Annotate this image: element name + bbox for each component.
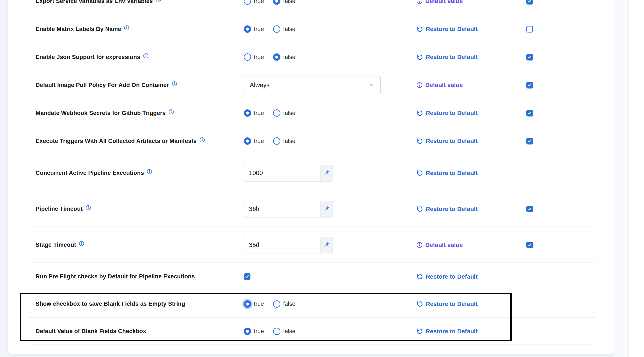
default-column-checkbox[interactable] bbox=[526, 110, 533, 116]
pipeline-timeout-input-field[interactable] bbox=[244, 201, 320, 217]
info-icon[interactable] bbox=[79, 241, 84, 247]
radio-false-label: false bbox=[283, 138, 296, 144]
concurrent-executions-input bbox=[244, 165, 333, 182]
radio-option-false[interactable]: false bbox=[273, 300, 296, 308]
pin-button[interactable] bbox=[320, 201, 332, 217]
setting-check-cell bbox=[526, 263, 615, 290]
radio-option-false[interactable]: false bbox=[273, 0, 296, 5]
restore-icon bbox=[416, 273, 423, 280]
radio-false-label: false bbox=[283, 26, 296, 32]
radio-true-circle[interactable] bbox=[244, 137, 251, 145]
radio-option-false[interactable]: false bbox=[273, 109, 296, 117]
radio-option-true[interactable]: true bbox=[244, 109, 264, 117]
restore-to-default-link[interactable]: Restore to Default bbox=[416, 26, 478, 33]
default-column-checkbox[interactable] bbox=[526, 26, 533, 32]
radio-false-circle[interactable] bbox=[273, 25, 280, 33]
setting-label-cell: Mandate Webhook Secrets for Github Trigg… bbox=[36, 99, 244, 127]
setting-action-cell: Default value bbox=[416, 0, 526, 15]
info-icon[interactable] bbox=[199, 137, 205, 143]
setting-label: Show checkbox to save Blank Fields as Em… bbox=[36, 301, 185, 307]
default-column-checkbox[interactable] bbox=[526, 206, 533, 212]
settings-card: Export Service Variables as Env Variable… bbox=[8, 0, 615, 354]
restore-to-default-link[interactable]: Restore to Default bbox=[416, 169, 478, 177]
pipeline-timeout-input bbox=[244, 201, 333, 218]
radio-false-circle[interactable] bbox=[273, 0, 280, 5]
radio-false-circle[interactable] bbox=[273, 328, 280, 335]
default-column-checkbox[interactable] bbox=[526, 82, 533, 88]
radio-true-circle[interactable] bbox=[244, 25, 251, 33]
restore-to-default-link[interactable]: Restore to Default bbox=[416, 300, 478, 308]
default-column-checkbox[interactable] bbox=[526, 0, 533, 4]
settings-row: Default Image Pull Policy For Add On Con… bbox=[8, 71, 615, 99]
radio-false-circle[interactable] bbox=[273, 109, 280, 117]
default-value-link[interactable]: Default value bbox=[416, 82, 463, 88]
info-icon[interactable] bbox=[124, 25, 130, 31]
pin-button[interactable] bbox=[320, 165, 332, 181]
setting-control-cell: truefalse bbox=[244, 99, 416, 127]
restore-to-default-link[interactable]: Restore to Default bbox=[416, 54, 478, 61]
radio-option-true[interactable]: true bbox=[244, 137, 264, 145]
radio-option-false[interactable]: false bbox=[273, 53, 296, 61]
restore-to-default-link[interactable]: Restore to Default bbox=[416, 328, 478, 335]
stage-timeout-input-field[interactable] bbox=[244, 237, 320, 253]
setting-label: Default Image Pull Policy For Add On Con… bbox=[36, 82, 169, 88]
info-icon[interactable] bbox=[156, 0, 161, 3]
radio-false-label: false bbox=[283, 54, 296, 60]
radio-false-circle[interactable] bbox=[273, 53, 280, 61]
setting-label: Enable Matrix Labels By Name bbox=[36, 26, 121, 32]
radio-true-circle[interactable] bbox=[244, 0, 251, 5]
radio-option-true[interactable]: true bbox=[244, 25, 264, 33]
restore-icon bbox=[416, 110, 423, 117]
setting-action-cell: Restore to Default bbox=[416, 155, 526, 191]
radio-true-circle[interactable] bbox=[244, 328, 251, 335]
restore-to-default-link[interactable]: Restore to Default bbox=[416, 138, 478, 145]
radio-true-circle[interactable] bbox=[244, 300, 251, 308]
radio-true-label: true bbox=[254, 328, 264, 335]
setting-label: Run Pre Flight checks by Default for Pip… bbox=[36, 273, 195, 280]
default-column-checkbox[interactable] bbox=[526, 138, 533, 144]
radio-option-false[interactable]: false bbox=[273, 137, 296, 145]
radio-false-circle[interactable] bbox=[273, 300, 280, 308]
radio-option-true[interactable]: true bbox=[244, 300, 264, 308]
settings-row: Stage Timeout Default value bbox=[8, 227, 615, 263]
radio-false-circle[interactable] bbox=[273, 137, 280, 145]
default-value-link[interactable]: Default value bbox=[416, 0, 463, 4]
default-column-checkbox[interactable] bbox=[526, 54, 533, 60]
info-icon[interactable] bbox=[143, 53, 149, 59]
setting-check-cell bbox=[526, 155, 615, 191]
setting-check-cell bbox=[526, 127, 615, 155]
radio-true-circle[interactable] bbox=[244, 53, 251, 61]
pin-button[interactable] bbox=[320, 237, 332, 253]
preflight-checkbox[interactable] bbox=[244, 273, 250, 280]
info-icon[interactable] bbox=[85, 205, 91, 211]
setting-check-cell bbox=[526, 15, 615, 43]
image-pull-policy-dropdown[interactable]: Always bbox=[244, 76, 381, 94]
setting-label-cell: Show checkbox to save Blank Fields as Em… bbox=[36, 290, 244, 318]
default-value-link[interactable]: Default value bbox=[416, 242, 463, 249]
restore-to-default-link[interactable]: Restore to Default bbox=[416, 273, 478, 280]
setting-label-cell: Default Image Pull Policy For Add On Con… bbox=[36, 71, 244, 99]
radio-false-label: false bbox=[283, 301, 296, 307]
default-column-checkbox[interactable] bbox=[526, 242, 533, 248]
setting-check-cell bbox=[526, 318, 615, 345]
radio-option-false[interactable]: false bbox=[273, 328, 296, 335]
settings-row: Execute Triggers With All Collected Arti… bbox=[8, 127, 615, 155]
restore-to-default-link[interactable]: Restore to Default bbox=[416, 205, 478, 213]
radio-true-label: true bbox=[254, 26, 264, 32]
concurrent-executions-input-field[interactable] bbox=[244, 165, 320, 181]
radio-true-circle[interactable] bbox=[244, 109, 251, 117]
setting-label: Execute Triggers With All Collected Arti… bbox=[36, 138, 197, 144]
info-icon[interactable] bbox=[146, 169, 152, 175]
info-icon[interactable] bbox=[168, 109, 174, 115]
setting-control-cell: truefalse bbox=[244, 15, 416, 43]
restore-to-default-link[interactable]: Restore to Default bbox=[416, 110, 478, 117]
setting-control-cell: truefalse bbox=[244, 290, 416, 318]
radio-option-true[interactable]: true bbox=[244, 328, 264, 335]
right-panel-edge bbox=[628, 0, 644, 357]
stage-timeout-input bbox=[244, 237, 333, 253]
radio-option-true[interactable]: true bbox=[244, 53, 264, 61]
info-icon[interactable] bbox=[172, 81, 178, 87]
action-label: Restore to Default bbox=[426, 170, 478, 177]
radio-option-true[interactable]: true bbox=[244, 0, 264, 5]
radio-option-false[interactable]: false bbox=[273, 25, 296, 33]
